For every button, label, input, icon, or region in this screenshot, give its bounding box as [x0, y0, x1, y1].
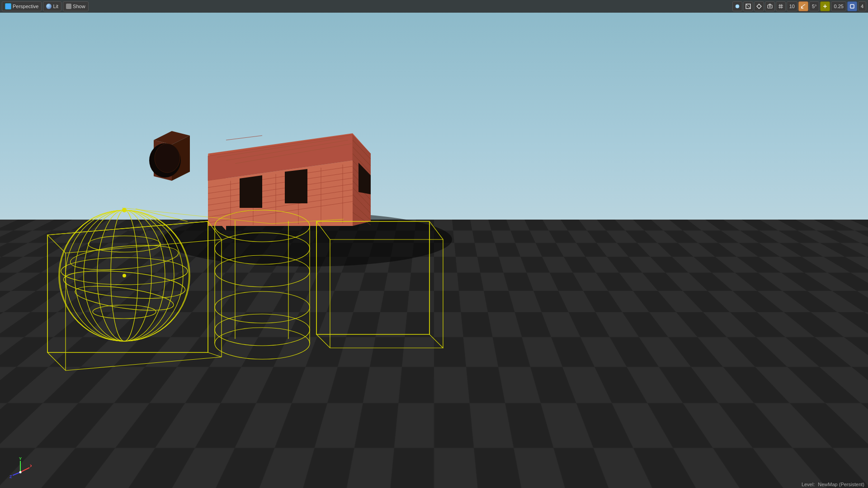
grid-button[interactable]	[776, 1, 786, 11]
svg-rect-88	[768, 5, 772, 8]
svg-rect-97	[850, 5, 854, 8]
svg-marker-87	[757, 4, 761, 9]
brick-building	[149, 131, 371, 230]
camera-button[interactable]	[765, 1, 775, 11]
svg-point-56	[122, 208, 127, 212]
right-toolbar: 10 5° 0.25 4	[731, 0, 868, 13]
snap-num-btn[interactable]	[847, 1, 857, 11]
svg-point-41	[155, 144, 180, 173]
svg-line-86	[746, 4, 750, 9]
svg-text:X: X	[30, 464, 32, 468]
viewport[interactable]: Perspective Lit Show 10	[0, 0, 868, 488]
svg-point-65	[215, 328, 310, 359]
show-button[interactable]: Show	[63, 1, 89, 11]
svg-line-3	[244, 136, 262, 138]
svg-line-98	[20, 468, 29, 472]
snap-num-label: 4	[861, 4, 863, 9]
svg-line-102	[13, 472, 20, 475]
snap-angle-label: 5°	[812, 4, 817, 9]
svg-text:Z: Z	[9, 474, 12, 479]
level-label: Level:	[802, 482, 815, 487]
svg-line-2	[226, 138, 244, 140]
wireframe-sphere	[59, 208, 190, 341]
svg-marker-23	[285, 169, 307, 203]
lit-icon	[46, 4, 52, 9]
svg-point-48	[88, 236, 160, 252]
show-icon	[66, 4, 71, 9]
lit-mode-button[interactable]	[732, 1, 742, 11]
scene-svg	[0, 0, 868, 488]
lit-label: Lit	[53, 4, 58, 9]
snap-angle-val[interactable]: 5°	[809, 1, 820, 11]
wireframe-button[interactable]	[743, 1, 753, 11]
render-button[interactable]	[754, 1, 764, 11]
lit-button[interactable]: Lit	[43, 1, 61, 11]
svg-point-104	[19, 471, 22, 474]
show-label: Show	[73, 4, 85, 9]
perspective-icon	[5, 3, 11, 9]
svg-point-47	[93, 305, 156, 319]
snap-num-val[interactable]: 4	[858, 1, 866, 11]
status-bar: Level: NewMap (Persistent)	[798, 481, 868, 488]
perspective-button[interactable]: Perspective	[2, 1, 42, 11]
snap-scale-btn[interactable]	[820, 1, 830, 11]
svg-point-73	[215, 314, 310, 346]
snap-scale-label: 0.25	[834, 4, 843, 9]
svg-point-90	[769, 6, 770, 7]
axis-gizmo: X Y Z	[9, 456, 32, 479]
svg-marker-79	[316, 334, 443, 348]
perspective-label: Perspective	[13, 4, 38, 9]
svg-point-84	[736, 5, 739, 8]
svg-marker-89	[769, 4, 771, 5]
svg-point-55	[123, 274, 126, 277]
svg-marker-61	[47, 352, 222, 371]
svg-marker-22	[240, 175, 262, 208]
svg-text:Y: Y	[19, 456, 22, 461]
svg-point-44	[61, 258, 188, 285]
snap-scale-val[interactable]: 0.25	[831, 1, 846, 11]
snap-grid-val[interactable]: 10	[787, 1, 797, 11]
snap-grid-label: 10	[789, 4, 795, 9]
snap-angle-btn[interactable]	[798, 1, 808, 11]
level-name: NewMap (Persistent)	[818, 482, 864, 487]
